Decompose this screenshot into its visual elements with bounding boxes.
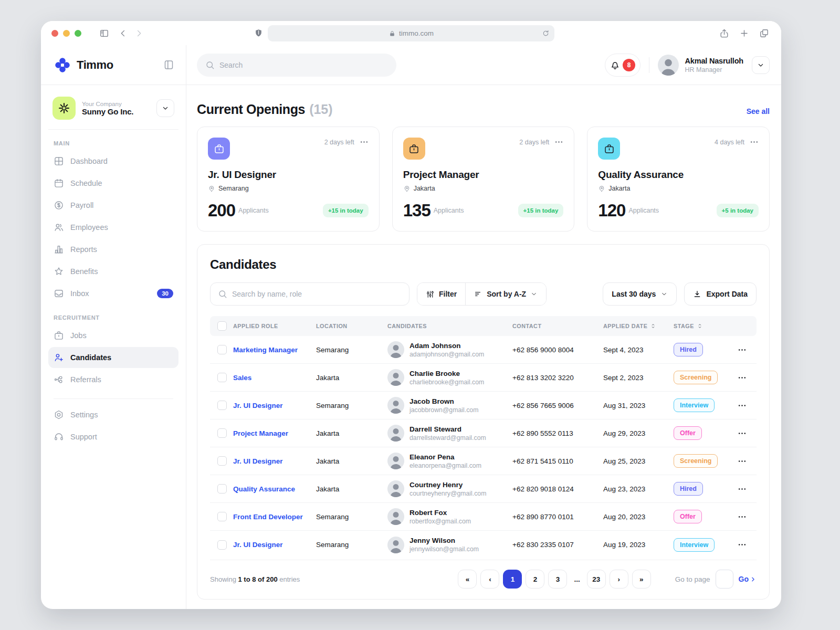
go-button[interactable]: Go [739,575,757,583]
sidebar-collapse-icon[interactable] [163,59,174,70]
contact-cell: +62 890 8770 0101 [512,513,603,521]
sidebar-item-referrals[interactable]: Referrals [48,369,178,390]
row-menu-button[interactable] [738,373,757,382]
row-checkbox[interactable] [217,345,227,354]
applied-role-link[interactable]: Project Manager [233,429,316,437]
page-button[interactable]: › [610,570,628,589]
user-menu[interactable]: Akmal Nasrulloh HR Manager [658,55,743,76]
avatar [658,55,679,76]
sidebar-item-employees[interactable]: Employees [48,217,178,238]
job-card: 2 days left Jr. UI Designer Semarang 200 [197,127,380,232]
row-menu-button[interactable] [738,512,757,521]
candidate-name: Eleanor Pena [410,453,481,461]
select-all-checkbox[interactable] [217,321,227,331]
page-button[interactable]: 2 [526,570,544,589]
page-button[interactable]: ... [571,570,583,589]
sidebar-item-reports[interactable]: Reports [48,239,178,260]
notifications-button[interactable]: 8 [605,54,640,77]
candidates-search-input[interactable] [232,290,402,298]
sidebar-item-benefits[interactable]: Benefits [48,261,178,282]
row-checkbox[interactable] [217,456,227,466]
global-search[interactable] [197,54,396,77]
applied-role-link[interactable]: Jr. UI Designer [233,541,316,549]
sort-updown-icon[interactable] [697,323,703,329]
page-button[interactable]: 23 [587,570,606,589]
row-checkbox[interactable] [217,373,227,382]
page-button[interactable]: ‹ [480,570,499,589]
company-selector[interactable]: Your Company Sunny Go Inc. [48,94,178,130]
row-menu-button[interactable] [738,457,757,466]
sidebar-item-inbox[interactable]: Inbox 30 [48,283,178,304]
row-checkbox[interactable] [217,428,227,438]
applicants-delta-badge: +5 in today [717,204,759,217]
see-all-link[interactable]: See all [747,107,770,116]
export-data-button[interactable]: Export Data [684,282,757,306]
applied-role-link[interactable]: Marketing Manager [233,346,316,354]
location-pin-icon [403,185,411,192]
shield-icon[interactable] [250,25,266,41]
date-range-dropdown[interactable]: Last 30 days [603,282,677,306]
openings-count: (15) [309,102,332,117]
sidebar-item-jobs[interactable]: Jobs [48,325,178,346]
sidebar-item-support[interactable]: Support [48,426,178,447]
job-title: Jr. UI Designer [208,169,369,181]
row-menu-button[interactable] [738,540,757,549]
applied-role-link[interactable]: Sales [233,374,316,382]
page-button[interactable]: » [632,570,651,589]
candidate-email: robertfox@gmail.com [410,518,471,525]
page-button[interactable]: 3 [548,570,567,589]
row-checkbox[interactable] [217,540,227,550]
row-menu-button[interactable] [738,401,757,410]
goto-page-input[interactable] [716,570,733,589]
column-header-contact: CONTACT [512,323,603,329]
row-menu-button[interactable] [738,429,757,438]
back-icon[interactable] [115,25,131,41]
applicants-label: Applicants [628,207,659,214]
sort-updown-icon[interactable] [650,323,656,329]
company-logo-icon [52,97,76,120]
zoom-window-button[interactable] [75,30,81,37]
reload-icon[interactable] [542,29,550,37]
page-button[interactable]: « [458,570,477,589]
company-chevron-down-icon[interactable] [156,99,174,117]
card-menu-button[interactable] [750,138,759,146]
user-chevron-down-icon[interactable] [752,56,770,74]
row-menu-button[interactable] [738,345,757,354]
new-tab-icon[interactable] [736,25,752,41]
sidebar-item-schedule[interactable]: Schedule [48,173,178,194]
candidates-search[interactable] [210,282,410,306]
search-icon [205,60,215,70]
sidebar-item-dashboard[interactable]: Dashboard [48,151,178,172]
row-menu-button[interactable] [738,485,757,494]
applied-date-cell: Aug 31, 2023 [603,402,674,410]
app-logo[interactable]: Timmo [54,56,113,74]
nav-section-label-main: MAIN [54,140,173,146]
minimize-window-button[interactable] [63,30,70,37]
applied-role-link[interactable]: Front End Developer [233,513,316,521]
row-checkbox[interactable] [217,512,227,521]
card-menu-button[interactable] [554,138,563,146]
address-bar[interactable]: timmo.com [268,25,554,41]
sidebar-toggle-icon[interactable] [96,25,112,41]
tabs-overview-icon[interactable] [756,25,772,41]
avatar [387,369,404,386]
candidate-email: jacobbrown@gmail.com [410,406,478,414]
sidebar-item-payroll[interactable]: Payroll [48,195,178,216]
close-window-button[interactable] [51,30,58,37]
search-input[interactable] [219,61,388,69]
sidebar-item-candidates[interactable]: Candidates [48,347,178,368]
forward-icon[interactable] [131,25,146,41]
applicants-count: 135 [403,201,430,220]
table-row: Marketing Manager Semarang Adam Johnson … [210,336,757,364]
sidebar-item-settings[interactable]: Settings [48,404,178,425]
applied-role-link[interactable]: Quality Assurance [233,485,316,493]
row-checkbox[interactable] [217,401,227,410]
applied-role-link[interactable]: Jr. UI Designer [233,457,316,465]
row-checkbox[interactable] [217,484,227,494]
share-icon[interactable] [716,25,732,41]
page-button[interactable]: 1 [503,570,522,589]
card-menu-button[interactable] [360,138,369,146]
applied-role-link[interactable]: Jr. UI Designer [233,402,316,410]
sort-button[interactable]: Sort by A-Z [465,283,546,305]
filter-button[interactable]: Filter [417,283,465,305]
